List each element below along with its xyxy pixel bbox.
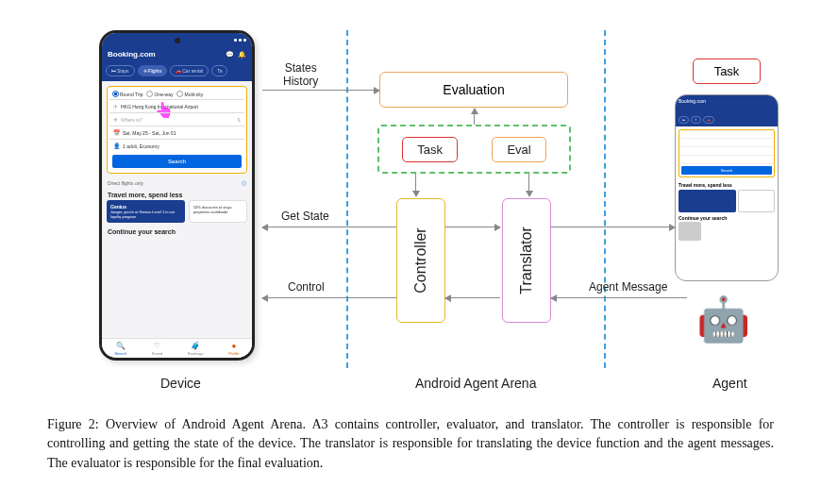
agent-shot-genius bbox=[679, 190, 736, 212]
promo-heading: Travel more, spend less bbox=[102, 188, 252, 200]
architecture-diagram: Booking.com 💬 🔔 🛏Stays ✈Flights 🚗Car ren… bbox=[19, 19, 802, 396]
plane-depart-icon: ✈ bbox=[113, 103, 118, 109]
figure-caption: Figure 2: Overview of Android Agent Aren… bbox=[19, 415, 802, 473]
phone-notch bbox=[175, 38, 180, 43]
agent-shot-btn: Search bbox=[681, 166, 772, 175]
tab-flights: ✈Flights bbox=[138, 65, 168, 76]
nav-bookings: 🧳Bookings bbox=[188, 342, 203, 356]
agent-task-box: Task bbox=[693, 59, 761, 84]
agent-shot-promo: Travel more, spend less bbox=[676, 180, 778, 190]
category-tabs: 🛏Stays ✈Flights 🚗Car rental Ta bbox=[102, 62, 252, 81]
calendar-icon: 📅 bbox=[113, 129, 120, 136]
arrow-agent-to-translator bbox=[551, 297, 687, 298]
person-icon: 👤 bbox=[113, 143, 120, 149]
eval-box-small: Eval bbox=[492, 137, 545, 162]
arrow-eval-up bbox=[474, 109, 475, 125]
section-label-device: Device bbox=[160, 376, 201, 391]
label-control: Control bbox=[288, 280, 325, 294]
briefcase-icon: 🧳 bbox=[191, 342, 200, 350]
direct-flights-toggle: Direct flights only bbox=[102, 178, 252, 188]
plane-arrive-icon: ✈ bbox=[113, 116, 118, 123]
app-header: Booking.com 💬 🔔 bbox=[102, 46, 252, 62]
agent-shot-tabs: 🛏✈🚗 bbox=[676, 116, 778, 126]
divider-left bbox=[346, 30, 348, 368]
arrow-states-history bbox=[262, 90, 379, 91]
bed-icon: 🛏 bbox=[111, 68, 116, 74]
flight-search-card: Round Trip One-way Multi-city ✈ HKG Hong… bbox=[107, 86, 247, 174]
radio-multi: Multi-city bbox=[176, 91, 203, 97]
to-field: ✈ Where to? ⇅ bbox=[109, 112, 244, 126]
nav-search: 🔍Search bbox=[114, 342, 126, 356]
swap-icon: ⇅ bbox=[237, 117, 241, 123]
label-get-state: Get State bbox=[281, 210, 329, 223]
translator-box: Translator bbox=[502, 198, 551, 323]
search-button: Search bbox=[112, 155, 242, 168]
discount-card: 10% discounts at stays properties worldw… bbox=[189, 200, 247, 223]
nav-profile: ●Profile bbox=[228, 342, 239, 356]
section-label-agent: Agent bbox=[712, 376, 747, 391]
app-title: Booking.com bbox=[108, 50, 156, 59]
arrow-translator-to-agent bbox=[551, 227, 675, 227]
controller-box: Controller bbox=[396, 198, 445, 323]
controller-label: Controller bbox=[412, 227, 429, 293]
tab-car: 🚗Car rental bbox=[170, 65, 209, 76]
tab-more: Ta bbox=[211, 65, 227, 76]
label-states-history: States History bbox=[283, 61, 318, 88]
promo-cards: Genius Jaeger, you're at Genius Level 1 … bbox=[102, 200, 252, 223]
car-icon: 🚗 bbox=[176, 68, 181, 74]
agent-shot-row1 bbox=[679, 130, 774, 139]
evaluation-box: Evaluation bbox=[379, 72, 568, 108]
trip-type-row: Round Trip One-way Multi-city bbox=[109, 89, 244, 99]
arrow-get-state bbox=[262, 227, 396, 227]
agent-shot-header: Booking.com bbox=[676, 95, 778, 116]
arrow-task-to-controller bbox=[415, 174, 416, 196]
heart-icon: ♡ bbox=[154, 342, 160, 350]
from-field: ✈ HKG Hong Kong International Airport 👆 bbox=[109, 99, 244, 112]
radio-oneway: One-way bbox=[146, 91, 173, 97]
arrow-control bbox=[262, 297, 396, 298]
search-icon: 🔍 bbox=[116, 342, 126, 350]
divider-right bbox=[604, 30, 606, 368]
genius-card: Genius Jaeger, you're at Genius Level 1 … bbox=[107, 200, 185, 223]
tab-stays: 🛏Stays bbox=[106, 65, 135, 76]
agent-shot-continue: Continue your search bbox=[676, 212, 778, 222]
arrow-eval-to-translator bbox=[528, 174, 529, 196]
plane-icon: ✈ bbox=[143, 68, 147, 74]
bell-icon: 🔔 bbox=[238, 51, 246, 59]
nav-saved: ♡Saved bbox=[152, 342, 162, 356]
section-label-arena: Android Agent Arena bbox=[415, 376, 536, 391]
pax-field: 👤 1 adult, Economy bbox=[109, 139, 244, 152]
agent-screenshot: Booking.com 🛏✈🚗 Search Travel more, spen… bbox=[675, 94, 779, 281]
translator-label: Translator bbox=[518, 227, 535, 294]
bottom-nav: 🔍Search ♡Saved 🧳Bookings ●Profile bbox=[102, 338, 252, 358]
header-icons: 💬 🔔 bbox=[226, 51, 246, 59]
agent-shot-search: Search bbox=[679, 129, 775, 177]
chat-icon: 💬 bbox=[226, 51, 234, 59]
arrow-translator-to-controller bbox=[445, 297, 500, 298]
agent-shot-discount bbox=[738, 190, 775, 212]
agent-shot-row2 bbox=[679, 139, 774, 147]
agent-shot-promo-cards bbox=[676, 190, 778, 212]
agent-robot-icon: 🤖 bbox=[696, 297, 750, 341]
task-eval-group: Task Eval bbox=[377, 125, 571, 174]
agent-shot-thumb bbox=[676, 222, 778, 244]
label-agent-message: Agent Message bbox=[589, 280, 667, 294]
agent-shot-row4 bbox=[679, 156, 774, 164]
continue-heading: Continue your search bbox=[102, 223, 252, 237]
arrow-controller-to-translator bbox=[445, 227, 500, 227]
dates-field: 📅 Sat, May 25 - Sat, Jun 01 bbox=[109, 126, 244, 139]
task-box: Task bbox=[402, 137, 458, 162]
profile-icon: ● bbox=[231, 342, 236, 350]
agent-shot-row3 bbox=[679, 147, 774, 156]
device-phone-mockup: Booking.com 💬 🔔 🛏Stays ✈Flights 🚗Car ren… bbox=[99, 30, 255, 361]
radio-roundtrip: Round Trip bbox=[112, 91, 142, 97]
